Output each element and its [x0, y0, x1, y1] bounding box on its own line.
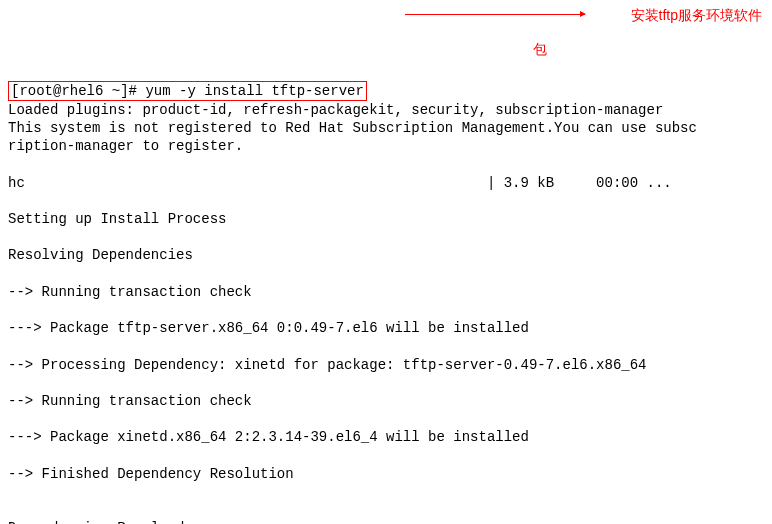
output-line: hc | 3.9 kB 00:00 ...: [8, 174, 764, 192]
output-line: --> Finished Dependency Resolution: [8, 465, 764, 483]
annotation-arrow: [405, 14, 585, 15]
output-line: ---> Package xinetd.x86_64 2:2.3.14-39.e…: [8, 428, 764, 446]
output-line: --> Running transaction check: [8, 392, 764, 410]
output-line: This system is not registered to Red Hat…: [8, 120, 554, 136]
terminal-output[interactable]: [root@rhel6 ~]# yum -y install tftp-serv…: [8, 81, 764, 524]
output-line: ---> Package tftp-server.x86_64 0:0.49-7…: [8, 319, 764, 337]
command-line: [root@rhel6 ~]# yum -y install tftp-serv…: [8, 81, 367, 101]
output-line: Dependencies Resolved: [8, 519, 764, 524]
annotation-text: 安装tftp服务环境软件: [631, 6, 762, 24]
output-line: ription-manager to register.: [8, 137, 764, 155]
output-line: --> Running transaction check: [8, 283, 764, 301]
annotation-text-inline: 包: [533, 40, 547, 58]
output-line: Loaded plugins: product-id, refresh-pack…: [8, 101, 764, 119]
output-line: Setting up Install Process: [8, 210, 764, 228]
shell-command: yum -y install tftp-server: [145, 83, 363, 99]
output-line: You can use subsc: [554, 120, 697, 136]
output-line: --> Processing Dependency: xinetd for pa…: [8, 356, 764, 374]
output-line: Resolving Dependencies: [8, 246, 764, 264]
shell-prompt: [root@rhel6 ~]#: [11, 83, 145, 99]
